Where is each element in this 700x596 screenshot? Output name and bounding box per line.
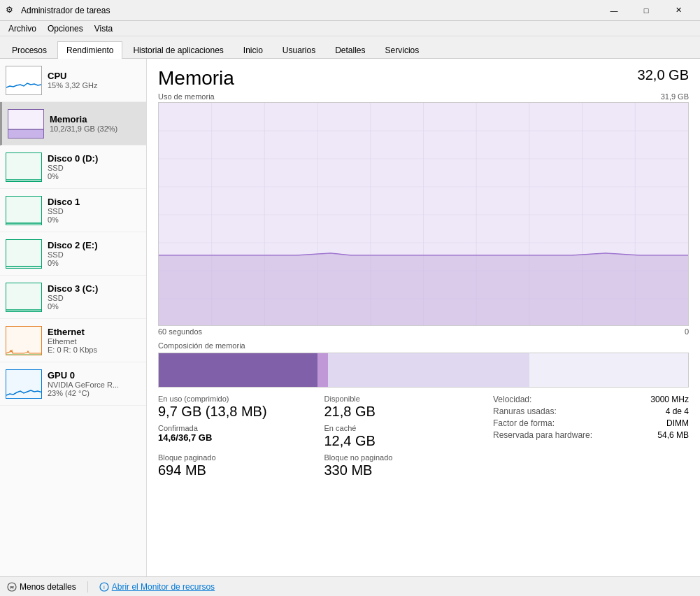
bottombar: Menos detalles i Abrir el Monitor de rec…	[0, 576, 700, 596]
tab-procesos[interactable]: Procesos	[3, 41, 56, 59]
disk3-name: Disco 3 (C:)	[48, 283, 141, 294]
disk0-info: Disco 0 (D:) SSD 0%	[48, 153, 141, 180]
maximize-button[interactable]: □	[630, 0, 662, 21]
menos-detalles-btn[interactable]: Menos detalles	[7, 582, 76, 592]
sidebar-item-disco2[interactable]: Disco 2 (E:) SSD 0%	[0, 232, 146, 276]
stat-nonpaged-label: Bloque no paginado	[324, 453, 474, 462]
cpu-mini-chart	[6, 66, 42, 95]
disk0-name: Disco 0 (D:)	[48, 153, 141, 164]
disk0-sub1: SSD	[48, 164, 141, 172]
tab-inicio[interactable]: Inicio	[234, 41, 272, 59]
content-title: Memoria	[158, 67, 234, 90]
sidebar-item-disco3[interactable]: Disco 3 (C:) SSD 0%	[0, 276, 146, 319]
disk2-sub2: 0%	[48, 259, 141, 267]
eth-info: Ethernet Ethernet E: 0 R: 0 Kbps	[48, 327, 141, 354]
mem-composition-bar	[158, 353, 689, 388]
memory-usage-chart	[158, 102, 689, 326]
tab-rendimiento[interactable]: Rendimiento	[57, 41, 122, 59]
left-stats: En uso (comprimido) 9,7 GB (13,8 MB) Dis…	[158, 395, 479, 478]
sidebar-item-ethernet[interactable]: Ethernet Ethernet E: 0 R: 0 Kbps	[0, 319, 146, 362]
mem-name: Memoria	[50, 114, 141, 125]
titlebar: ⚙ Administrador de tareas — □ ✕	[0, 0, 700, 21]
stat-paged: Bloque paginado 694 MB	[158, 453, 313, 478]
sidebar-item-disco1[interactable]: Disco 1 SSD 0%	[0, 189, 146, 232]
sidebar-item-disco0[interactable]: Disco 0 (D:) SSD 0%	[0, 146, 146, 189]
stat-confirmed-value: 14,6/36,7 GB	[158, 432, 308, 443]
stat-nonpaged: Bloque no paginado 330 MB	[324, 453, 480, 478]
monitor-icon: i	[99, 582, 109, 592]
menu-vista[interactable]: Vista	[89, 22, 118, 35]
stat-inuse-value: 9,7 GB (13,8 MB)	[158, 403, 308, 420]
stat-paged-value: 694 MB	[158, 462, 308, 478]
gpu-mini-chart	[6, 369, 42, 399]
tab-detalles[interactable]: Detalles	[326, 41, 374, 59]
stat-slots-value: 4 de 4	[666, 406, 689, 416]
disk3-sub1: SSD	[48, 294, 141, 302]
stat-available-value: 21,8 GB	[324, 403, 474, 420]
tab-historial[interactable]: Historial de aplicaciones	[124, 41, 232, 59]
menu-opciones[interactable]: Opciones	[42, 22, 89, 35]
svg-rect-0	[6, 66, 42, 95]
disk2-info: Disco 2 (E:) SSD 0%	[48, 240, 141, 267]
content-header: Memoria 32,0 GB	[158, 67, 689, 90]
chart-min-value: 0	[685, 327, 689, 336]
eth-name: Ethernet	[48, 327, 141, 337]
sidebar: CPU 15% 3,32 GHz Memoria 10,2/31,9 GB (3…	[0, 59, 147, 576]
disk3-mini-chart	[6, 283, 42, 312]
window-title: Administrador de tareas	[21, 6, 598, 15]
mem-info: Memoria 10,2/31,9 GB (32%)	[50, 114, 141, 133]
gpu-info: GPU 0 NVIDIA GeForce R... 23% (42 °C)	[48, 370, 141, 397]
svg-rect-2	[8, 129, 44, 139]
disk3-info: Disco 3 (C:) SSD 0%	[48, 283, 141, 311]
content-area: Memoria 32,0 GB Uso de memoria 31,9 GB	[147, 59, 700, 576]
stat-cached: En caché 12,4 GB	[324, 424, 480, 449]
stats-grid: En uso (comprimido) 9,7 GB (13,8 MB) Dis…	[158, 395, 479, 478]
stat-speed-label: Velocidad:	[493, 395, 531, 404]
stat-cached-label: En caché	[324, 424, 474, 432]
menos-detalles-label: Menos detalles	[20, 582, 76, 592]
monitor-recursos-btn[interactable]: i Abrir el Monitor de recursos	[99, 582, 215, 592]
sidebar-item-memoria[interactable]: Memoria 10,2/31,9 GB (32%)	[0, 102, 146, 146]
disk1-sub2: 0%	[48, 215, 141, 224]
app-icon: ⚙	[6, 5, 17, 16]
svg-rect-4	[6, 153, 42, 182]
stats-area: En uso (comprimido) 9,7 GB (13,8 MB) Dis…	[158, 395, 689, 478]
stat-inuse: En uso (comprimido) 9,7 GB (13,8 MB)	[158, 395, 313, 420]
right-stats: Velocidad: 3000 MHz Ranuras usadas: 4 de…	[493, 395, 689, 478]
disk1-name: Disco 1	[48, 197, 141, 207]
sidebar-item-gpu0[interactable]: GPU 0 NVIDIA GeForce R... 23% (42 °C)	[0, 362, 146, 406]
eth-sub2: E: 0 R: 0 Kbps	[48, 346, 141, 354]
mem-modified-bar	[317, 353, 328, 387]
stat-speed-value: 3000 MHz	[650, 395, 689, 404]
stat-form-value: DIMM	[666, 418, 689, 428]
disk1-sub1: SSD	[48, 207, 141, 215]
chart-time-label: 60 segundos 0	[158, 327, 689, 336]
minimize-button[interactable]: —	[598, 0, 630, 21]
menubar: Archivo Opciones Vista	[0, 21, 700, 36]
eth-mini-chart	[6, 326, 42, 355]
mem-sub: 10,2/31,9 GB (32%)	[50, 125, 141, 133]
stat-reserved-value: 54,6 MB	[657, 430, 689, 440]
sidebar-item-cpu[interactable]: CPU 15% 3,32 GHz	[0, 59, 146, 102]
tabbar: Procesos Rendimiento Historial de aplica…	[0, 36, 700, 59]
svg-text:i: i	[103, 584, 105, 590]
disk0-sub2: 0%	[48, 172, 141, 180]
mem-inuse-bar	[159, 353, 317, 387]
stat-inuse-label: En uso (comprimido)	[158, 395, 308, 403]
stat-available-label: Disponible	[324, 395, 474, 403]
stat-confirmed-label: Confirmada	[158, 424, 308, 432]
svg-rect-8	[6, 240, 42, 269]
chart-max-value: 31,9 GB	[661, 92, 689, 101]
mem-mini-chart	[8, 109, 44, 139]
tab-servicios[interactable]: Servicios	[376, 41, 429, 59]
stat-nonpaged-value: 330 MB	[324, 462, 474, 478]
composition-section: Composición de memoria	[158, 341, 689, 388]
mem-free-bar	[529, 353, 688, 387]
menu-archivo[interactable]: Archivo	[3, 22, 42, 35]
cpu-name: CPU	[48, 71, 141, 81]
close-button[interactable]: ✕	[662, 0, 694, 21]
window-controls: — □ ✕	[598, 0, 694, 21]
tab-usuarios[interactable]: Usuarios	[273, 41, 324, 59]
composition-label-text: Composición de memoria	[158, 341, 245, 350]
composition-label: Composición de memoria	[158, 341, 689, 350]
